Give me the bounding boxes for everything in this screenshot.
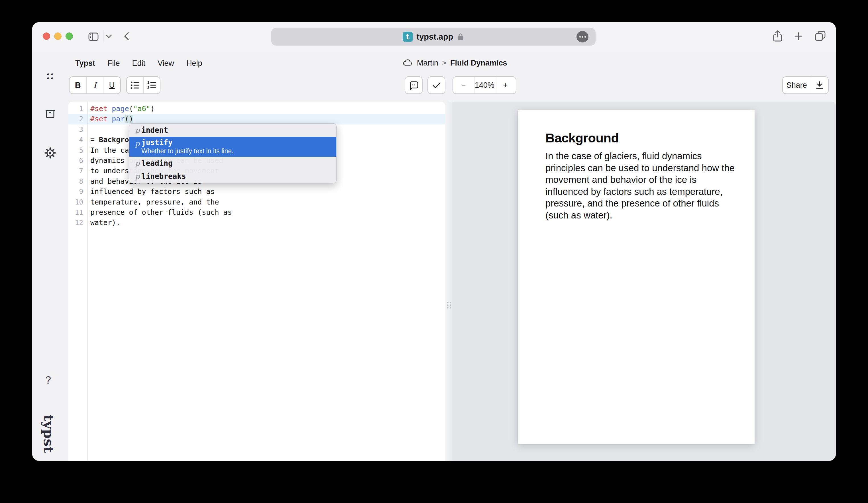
zoom-in-button[interactable]: + bbox=[495, 77, 516, 93]
download-button[interactable] bbox=[811, 77, 828, 93]
page-settings-icon[interactable] bbox=[577, 31, 588, 42]
bullet-list-button[interactable] bbox=[127, 77, 143, 93]
browser-window: t typst.app bbox=[32, 22, 836, 461]
line-number: 9 bbox=[69, 187, 83, 197]
close-window-button[interactable] bbox=[43, 32, 50, 40]
sidebar-toggle-icon[interactable] bbox=[88, 31, 99, 42]
autocomplete-label: indent bbox=[141, 126, 168, 134]
menu-edit[interactable]: Edit bbox=[132, 59, 146, 68]
new-tab-icon[interactable] bbox=[793, 31, 804, 42]
comments-button[interactable] bbox=[405, 76, 423, 94]
code-line[interactable]: 12water). bbox=[69, 218, 445, 228]
italic-button[interactable]: I bbox=[86, 77, 103, 93]
chevron-down-icon[interactable] bbox=[105, 34, 112, 39]
menu-help[interactable]: Help bbox=[186, 59, 202, 68]
autocomplete-item[interactable]: pjustifyWhether to justify text in its l… bbox=[130, 137, 336, 157]
autocomplete-item[interactable]: plinebreaks bbox=[130, 170, 336, 183]
autocomplete-label: leading bbox=[141, 159, 173, 167]
line-number: 10 bbox=[69, 197, 83, 207]
preview-page: Background In the case of glaciers, flui… bbox=[518, 110, 755, 444]
breadcrumb-separator: > bbox=[442, 59, 446, 67]
minimize-window-button[interactable] bbox=[54, 32, 62, 40]
list-style-group: 1 2 bbox=[126, 76, 161, 94]
bold-button[interactable]: B bbox=[70, 77, 86, 93]
spellcheck-button[interactable] bbox=[427, 76, 445, 94]
autocomplete-dropdown: pindentpjustifyWhether to justify text i… bbox=[129, 123, 337, 183]
address-bar[interactable]: t typst.app bbox=[271, 28, 596, 45]
line-number: 6 bbox=[69, 156, 83, 166]
preview-paragraph: In the case of glaciers, fluid dynamics … bbox=[545, 150, 739, 221]
line-number: 2 bbox=[69, 114, 83, 124]
tab-overview-icon[interactable] bbox=[814, 30, 826, 42]
breadcrumb-workspace[interactable]: Martin bbox=[417, 59, 438, 67]
line-number: 5 bbox=[69, 145, 83, 156]
share-group: Share bbox=[782, 76, 829, 94]
param-type-marker: p bbox=[135, 172, 141, 181]
code-text: influenced by factors such as bbox=[83, 187, 215, 197]
autocomplete-item[interactable]: pindent bbox=[130, 124, 336, 137]
autocomplete-label: justify bbox=[141, 138, 234, 147]
comment-icon bbox=[409, 81, 418, 90]
gutter-separator bbox=[87, 102, 88, 461]
download-icon bbox=[815, 81, 824, 90]
menu-file[interactable]: File bbox=[107, 59, 120, 68]
share-button[interactable]: Share bbox=[783, 77, 811, 93]
zoom-control-group: − 140% + bbox=[453, 76, 516, 94]
numbered-list-button[interactable]: 1 2 bbox=[143, 77, 160, 93]
url-text: typst.app bbox=[417, 32, 453, 42]
param-type-marker: p bbox=[135, 126, 141, 134]
splitter-grip-icon bbox=[447, 302, 451, 308]
breadcrumb-document-title[interactable]: Fluid Dynamics bbox=[450, 59, 507, 67]
code-line[interactable]: 9influenced by factors such as bbox=[69, 187, 445, 197]
code-line[interactable]: 1#set page("a6") bbox=[69, 104, 445, 114]
code-line[interactable]: 2#set par() bbox=[69, 114, 445, 124]
share-page-icon[interactable] bbox=[772, 30, 783, 43]
lock-icon bbox=[457, 32, 464, 41]
text-style-group: B I U bbox=[69, 76, 121, 94]
line-number: 12 bbox=[69, 218, 83, 228]
code-text: water). bbox=[83, 218, 120, 228]
breadcrumb: Martin > Fluid Dynamics bbox=[403, 57, 507, 69]
svg-text:1: 1 bbox=[147, 81, 149, 85]
pane-splitter[interactable] bbox=[445, 102, 452, 461]
preview-heading: Background bbox=[545, 131, 619, 146]
gear-icon[interactable] bbox=[44, 147, 56, 159]
numbered-list-icon: 1 2 bbox=[147, 81, 156, 90]
line-number: 7 bbox=[69, 166, 83, 176]
svg-text:2: 2 bbox=[147, 85, 149, 90]
dots-grid-icon[interactable] bbox=[45, 71, 55, 82]
underline-button[interactable]: U bbox=[103, 77, 120, 93]
bullet-list-icon bbox=[130, 81, 140, 90]
line-number: 3 bbox=[69, 125, 83, 135]
site-favicon: t bbox=[403, 32, 413, 42]
browser-chrome: t typst.app bbox=[32, 22, 836, 53]
preview-pane[interactable]: Background In the case of glaciers, flui… bbox=[452, 102, 836, 461]
zoom-level[interactable]: 140% bbox=[474, 77, 495, 93]
line-number: 8 bbox=[69, 176, 83, 187]
divider bbox=[103, 30, 103, 42]
code-text: #set par() bbox=[83, 114, 133, 124]
menu-view[interactable]: View bbox=[158, 59, 174, 68]
param-type-marker: p bbox=[135, 159, 141, 167]
file-box-icon[interactable] bbox=[44, 108, 56, 119]
zoom-out-button[interactable]: − bbox=[453, 77, 474, 93]
code-text bbox=[83, 125, 90, 135]
menu-typst[interactable]: Typst bbox=[75, 59, 95, 68]
fullscreen-window-button[interactable] bbox=[65, 32, 73, 40]
code-text: #set page("a6") bbox=[83, 104, 155, 114]
code-line[interactable]: 11presence of other fluids (such as bbox=[69, 207, 445, 218]
help-button[interactable]: ? bbox=[45, 374, 51, 386]
code-text: presence of other fluids (such as bbox=[83, 207, 232, 218]
back-button-icon[interactable] bbox=[122, 31, 131, 41]
autocomplete-label: linebreaks bbox=[141, 172, 186, 181]
favicon-letter: t bbox=[406, 32, 410, 41]
screen: t typst.app bbox=[0, 0, 868, 503]
autocomplete-item[interactable]: pleading bbox=[130, 157, 336, 170]
line-number: 1 bbox=[69, 104, 83, 114]
code-text: temperature, pressure, and the bbox=[83, 197, 219, 207]
code-line[interactable]: 10temperature, pressure, and the bbox=[69, 197, 445, 207]
line-number: 4 bbox=[69, 135, 83, 145]
app-menu-bar: Typst File Edit View Help bbox=[75, 57, 202, 69]
checkmark-icon bbox=[432, 81, 442, 89]
autocomplete-description: Whether to justify text in its line. bbox=[141, 147, 234, 155]
